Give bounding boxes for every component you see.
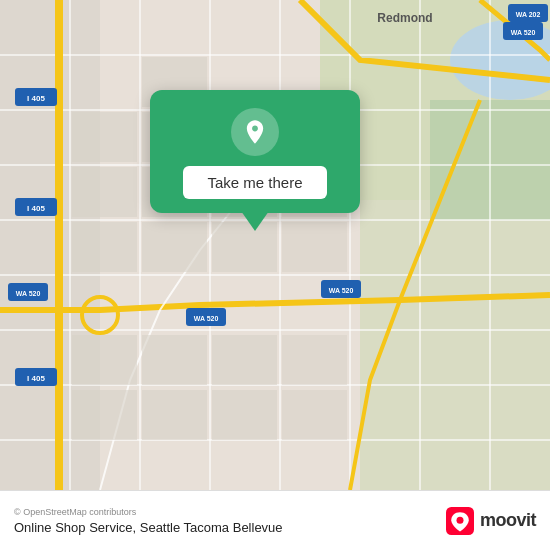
svg-rect-61	[282, 222, 347, 272]
svg-rect-55	[142, 390, 207, 440]
svg-point-63	[456, 516, 463, 523]
svg-rect-51	[72, 335, 137, 385]
svg-text:I 405: I 405	[27, 204, 45, 213]
svg-text:WA 520: WA 520	[16, 290, 41, 297]
svg-rect-47	[72, 167, 137, 217]
svg-rect-57	[282, 335, 347, 385]
svg-text:I 405: I 405	[27, 374, 45, 383]
svg-text:WA 202: WA 202	[516, 11, 541, 18]
bottom-bar: © OpenStreetMap contributors Online Shop…	[0, 490, 550, 550]
moovit-brand-label: moovit	[480, 510, 536, 531]
svg-rect-56	[212, 390, 277, 440]
location-pin-icon	[241, 118, 269, 146]
map-svg: I 405 I 405 I 405 WA 202 WA 520 WA 520 W…	[0, 0, 550, 490]
map-container: I 405 I 405 I 405 WA 202 WA 520 WA 520 W…	[0, 0, 550, 490]
svg-text:I 405: I 405	[27, 94, 45, 103]
svg-rect-58	[282, 390, 347, 440]
svg-text:WA 520: WA 520	[194, 315, 219, 322]
popup-card: Take me there	[150, 90, 360, 213]
svg-rect-48	[72, 222, 137, 272]
svg-text:WA 520: WA 520	[511, 29, 536, 36]
svg-rect-52	[142, 335, 207, 385]
bottom-left-info: © OpenStreetMap contributors Online Shop…	[14, 507, 283, 535]
svg-text:WA 520: WA 520	[329, 287, 354, 294]
svg-text:Redmond: Redmond	[377, 11, 432, 25]
map-attribution: © OpenStreetMap contributors	[14, 507, 283, 517]
moovit-logo[interactable]: moovit	[446, 507, 536, 535]
svg-rect-54	[72, 390, 137, 440]
svg-rect-49	[142, 222, 207, 272]
location-name: Online Shop Service, Seattle Tacoma Bell…	[14, 520, 283, 535]
svg-rect-3	[360, 200, 550, 490]
take-me-there-button[interactable]: Take me there	[183, 166, 326, 199]
moovit-icon	[446, 507, 474, 535]
svg-rect-53	[212, 335, 277, 385]
location-icon-circle	[231, 108, 279, 156]
svg-rect-41	[72, 112, 137, 162]
svg-rect-22	[55, 0, 63, 490]
